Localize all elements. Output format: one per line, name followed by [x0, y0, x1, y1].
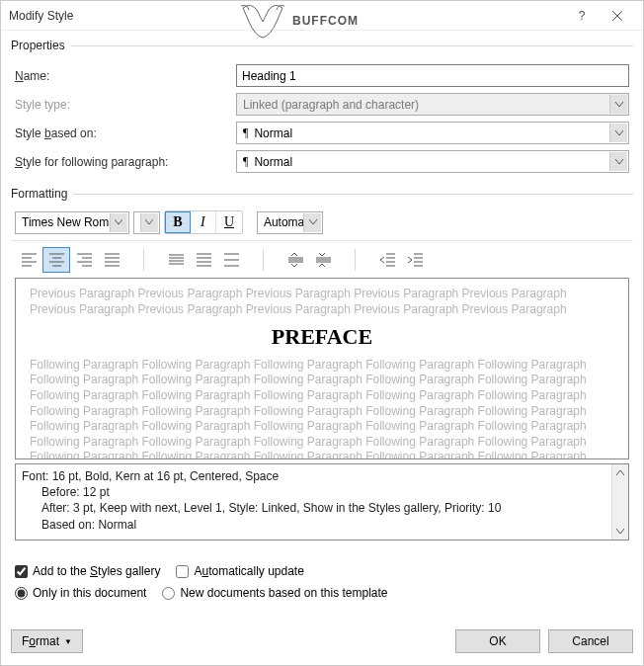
- chevron-down-icon[interactable]: [303, 213, 321, 232]
- properties-group: Properties Name: Style type: Linked (par…: [11, 39, 633, 183]
- add-to-gallery-input[interactable]: [15, 565, 28, 578]
- style-type-combo: Linked (paragraph and character): [236, 93, 629, 116]
- scroll-up-icon[interactable]: [612, 464, 628, 481]
- font-combo[interactable]: Times New Roman: [15, 211, 129, 234]
- align-center-icon: [49, 253, 64, 267]
- align-right-button[interactable]: [70, 247, 98, 273]
- only-document-input[interactable]: [15, 587, 28, 600]
- chevron-down-icon: ▼: [64, 637, 72, 646]
- scroll-down-icon[interactable]: [612, 523, 628, 540]
- increase-para-space-button[interactable]: [282, 247, 309, 273]
- format-button[interactable]: Format ▼: [11, 629, 83, 653]
- cancel-button[interactable]: Cancel: [548, 629, 633, 653]
- only-document-radio[interactable]: Only in this document: [15, 586, 146, 600]
- spacing-1-button[interactable]: [162, 247, 190, 273]
- spacing-15-button[interactable]: [190, 247, 217, 273]
- preview-pane: Previous Paragraph Previous Paragraph Pr…: [15, 278, 629, 459]
- modify-style-dialog: Modify Style ? BUFFCOM Properties Name: …: [0, 0, 644, 666]
- align-justify-button[interactable]: [98, 247, 125, 273]
- decrease-para-space-button[interactable]: [309, 247, 337, 273]
- separator: [143, 249, 144, 271]
- spacing-2-icon: [224, 253, 239, 267]
- ok-button[interactable]: OK: [455, 629, 540, 653]
- separator: [263, 249, 264, 271]
- based-on-combo[interactable]: ¶ Normal: [236, 122, 629, 144]
- font-color-combo[interactable]: Automatic: [257, 211, 323, 234]
- auto-update-input[interactable]: [176, 565, 189, 578]
- auto-update-checkbox[interactable]: Automatically update: [176, 564, 303, 578]
- preview-sample: PREFACE: [30, 323, 614, 352]
- style-description: Font: 16 pt, Bold, Kern at 16 pt, Center…: [15, 463, 629, 541]
- chevron-down-icon[interactable]: [110, 213, 127, 232]
- font-value: Times New Roman: [22, 215, 122, 229]
- spacing-15-icon: [197, 253, 211, 267]
- based-on-label: Style based on:: [15, 126, 232, 140]
- chevron-down-icon[interactable]: [609, 124, 627, 142]
- new-documents-radio[interactable]: New documents based on this template: [162, 586, 387, 600]
- radio-row: Only in this document New documents base…: [11, 582, 633, 606]
- based-on-value: Normal: [254, 126, 292, 140]
- align-right-icon: [77, 253, 92, 267]
- increase-indent-button[interactable]: [401, 247, 429, 273]
- indent-group: [373, 247, 429, 273]
- chevron-down-icon: [609, 95, 627, 114]
- spacing-group: [162, 247, 245, 273]
- close-icon: [612, 11, 622, 21]
- decrease-indent-button[interactable]: [373, 247, 401, 273]
- pilcrow-icon: ¶: [243, 154, 248, 169]
- align-center-button[interactable]: [42, 247, 70, 273]
- properties-legend: Properties: [11, 39, 71, 52]
- help-button[interactable]: ?: [564, 2, 600, 30]
- desc-line: Before: 12 pt: [22, 484, 622, 500]
- desc-line: After: 3 pt, Keep with next, Level 1, St…: [22, 500, 622, 516]
- align-group: [15, 247, 125, 273]
- align-left-button[interactable]: [15, 247, 42, 273]
- decrease-indent-icon: [380, 253, 395, 267]
- chevron-down-icon[interactable]: [609, 152, 627, 171]
- preview-following: Following Paragraph Following Paragraph …: [30, 358, 614, 459]
- following-label: Style for following paragraph:: [15, 155, 232, 169]
- increase-indent-icon: [408, 253, 423, 267]
- name-label: Name:: [15, 69, 232, 83]
- align-left-icon: [22, 253, 37, 267]
- underline-button[interactable]: U: [216, 211, 242, 233]
- formatting-group: Formatting Times New Roman 16 B I U Au: [11, 187, 633, 552]
- spacing-1-icon: [169, 253, 184, 267]
- checkbox-row: Add to the Styles gallery Automatically …: [11, 556, 633, 582]
- preview-previous: Previous Paragraph Previous Paragraph Pr…: [30, 287, 614, 317]
- decrease-para-space-icon: [316, 253, 331, 267]
- dialog-footer: Format ▼ OK Cancel: [1, 620, 643, 665]
- titlebar: Modify Style ?: [1, 1, 643, 31]
- chevron-down-icon[interactable]: [140, 213, 158, 232]
- italic-button[interactable]: I: [191, 211, 216, 233]
- align-justify-icon: [105, 253, 120, 267]
- following-value: Normal: [254, 155, 292, 169]
- font-style-group: B I U: [164, 210, 243, 234]
- bold-button[interactable]: B: [165, 211, 191, 233]
- desc-line: Font: 16 pt, Bold, Kern at 16 pt, Center…: [22, 468, 622, 484]
- pilcrow-icon: ¶: [243, 125, 248, 140]
- increase-para-space-icon: [288, 253, 303, 267]
- style-type-label: Style type:: [15, 98, 232, 112]
- separator: [355, 249, 356, 271]
- name-input[interactable]: [236, 64, 629, 87]
- para-spacing-group: [282, 247, 337, 273]
- scrollbar[interactable]: [611, 464, 628, 540]
- spacing-2-button[interactable]: [217, 247, 245, 273]
- style-type-value: Linked (paragraph and character): [243, 98, 419, 112]
- dialog-title: Modify Style: [9, 9, 564, 23]
- add-to-gallery-checkbox[interactable]: Add to the Styles gallery: [15, 564, 160, 578]
- close-button[interactable]: [600, 2, 635, 30]
- new-documents-input[interactable]: [162, 587, 175, 600]
- desc-line: Based on: Normal: [22, 517, 622, 533]
- following-combo[interactable]: ¶ Normal: [236, 150, 629, 173]
- formatting-legend: Formatting: [11, 187, 73, 201]
- size-combo[interactable]: 16: [133, 211, 160, 234]
